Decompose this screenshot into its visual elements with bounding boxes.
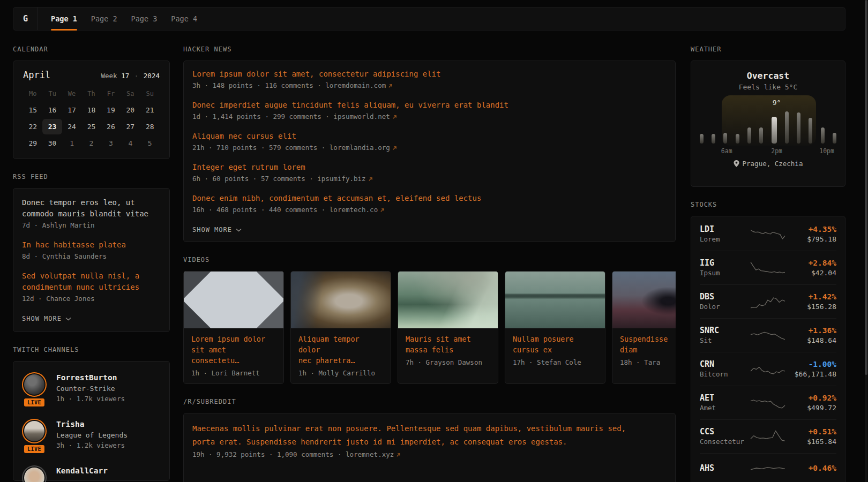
calendar-day[interactable]: 27: [121, 119, 140, 134]
weather-bar: [821, 127, 825, 144]
calendar-day[interactable]: 17: [62, 102, 81, 118]
reddit-domain-link[interactable]: loremnet.xyz: [346, 450, 394, 458]
hn-item-title[interactable]: Aliquam nec cursus elit: [192, 131, 667, 142]
weather-bar: [712, 134, 715, 144]
avatar[interactable]: [22, 372, 47, 397]
video-card: Nullam posuere cursus ex 17h · Stefan Co…: [505, 271, 605, 384]
calendar-day[interactable]: 4: [121, 135, 140, 151]
stock-symbol[interactable]: IIG: [700, 258, 747, 268]
hn-item-title[interactable]: Lorem ipsum dolor sit amet, consectetur …: [192, 69, 667, 80]
hn-item-title[interactable]: Integer eget rutrum lorem: [192, 162, 667, 173]
hn-meta-text: 3h · 148 points · 116 comments ·: [192, 81, 321, 89]
stock-price: $148.64: [789, 336, 836, 345]
tab-page-1[interactable]: Page 1: [51, 7, 77, 30]
weather-bar: [797, 112, 800, 144]
video-card: Suspendisse diam 18h · Tara: [612, 271, 676, 384]
channel-meta: 3h · 1.2k viewers: [56, 440, 128, 450]
stock-sparkline: [750, 460, 785, 476]
calendar-grid: MoTuWeThFrSaSu15161718192021222324252627…: [23, 86, 160, 151]
video-thumbnail[interactable]: [612, 272, 676, 328]
calendar-day[interactable]: 15: [23, 102, 42, 118]
hn-show-more-button[interactable]: SHOW MORE: [192, 226, 242, 234]
stock-row: LDI Lorem +4.35% $795.18: [700, 217, 836, 251]
hn-item-title[interactable]: Donec enim nibh, condimentum et accumsan…: [192, 193, 667, 204]
reddit-post-title[interactable]: Maecenas mollis pulvinar erat non posuer…: [192, 422, 667, 449]
avatar[interactable]: [22, 465, 47, 482]
channel-name[interactable]: ForrestBurton: [56, 372, 125, 383]
subreddit-section-title: /R/SUBREDDIT: [183, 398, 676, 405]
rss-item-title[interactable]: Donec tempor eros leo, ut commodo mauris…: [22, 197, 161, 220]
stock-sparkline: [750, 395, 785, 411]
hour-label: 10pm: [819, 147, 834, 155]
hn-domain-link[interactable]: ipsumify.biz: [317, 175, 365, 183]
calendar-day[interactable]: 28: [140, 119, 160, 134]
video-title[interactable]: Suspendisse diam: [620, 334, 676, 355]
external-link-icon: [392, 115, 397, 119]
hn-domain-link[interactable]: loremtech.co: [330, 206, 378, 214]
calendar-day[interactable]: 26: [101, 119, 121, 134]
calendar-day[interactable]: 5: [140, 135, 160, 151]
calendar-day[interactable]: 29: [23, 135, 42, 151]
calendar-day[interactable]: 18: [81, 102, 101, 118]
channel-name[interactable]: KendallCarr: [56, 465, 108, 477]
external-link-icon: [392, 146, 397, 150]
rss-item-title[interactable]: Sed volutpat nulla nisl, a condimentum n…: [22, 270, 161, 293]
scrollbar-thumb[interactable]: [865, 0, 867, 375]
stock-row: CRN Bitcorn -1.00% $66,171.48: [700, 352, 836, 386]
subreddit-widget: /R/SUBREDDIT Maecenas mollis pulvinar er…: [183, 398, 676, 482]
calendar-day[interactable]: 21: [140, 102, 160, 118]
stock-symbol[interactable]: LDI: [700, 224, 747, 235]
video-title[interactable]: Nullam posuere cursus ex: [513, 334, 597, 355]
reddit-post-meta: 19h · 9,932 points · 1,090 comments · lo…: [192, 449, 667, 460]
stock-price: $66,171.48: [789, 370, 836, 379]
calendar-day[interactable]: 25: [81, 119, 101, 134]
hn-domain-link[interactable]: loremdomain.com: [325, 81, 386, 89]
app-logo[interactable]: G: [13, 7, 38, 30]
calendar-day[interactable]: 22: [23, 119, 42, 134]
hn-meta-text: 16h · 468 points · 440 comments ·: [192, 206, 325, 214]
calendar-day[interactable]: 2: [81, 135, 101, 151]
hn-meta-text: 6h · 60 points · 57 comments ·: [192, 175, 313, 183]
tab-page-2[interactable]: Page 2: [91, 7, 117, 30]
calendar-day-selected[interactable]: 23: [42, 119, 62, 134]
stock-sparkline: [750, 428, 785, 445]
video-title[interactable]: Aliquam tempor dolor nec pharetra…: [298, 334, 383, 366]
stock-symbol[interactable]: CCS: [700, 426, 747, 437]
stock-symbol[interactable]: AHS: [700, 463, 747, 473]
twitch-channel-row: KendallCarr: [22, 465, 161, 482]
external-link-icon: [388, 84, 393, 88]
rss-item-title[interactable]: In hac habitasse platea: [22, 239, 161, 251]
stock-symbol[interactable]: AET: [700, 393, 747, 403]
hn-item-title[interactable]: Donec imperdiet augue tincidunt felis al…: [192, 100, 667, 111]
calendar-day[interactable]: 1: [62, 135, 81, 151]
calendar-day[interactable]: 30: [42, 135, 62, 151]
video-thumbnail[interactable]: [291, 272, 391, 328]
tab-page-4[interactable]: Page 4: [171, 7, 197, 30]
hn-domain-link[interactable]: loremlandia.org: [330, 144, 390, 152]
stock-symbol[interactable]: CRN: [700, 359, 747, 370]
avatar[interactable]: [22, 419, 47, 443]
calendar-day[interactable]: 19: [101, 102, 121, 118]
calendar-day[interactable]: 16: [42, 102, 62, 118]
video-thumbnail[interactable]: [398, 272, 498, 328]
page-tabs: Page 1 Page 2 Page 3 Page 4: [38, 7, 197, 30]
video-thumbnail[interactable]: [505, 272, 605, 328]
channel-name[interactable]: Trisha: [56, 419, 128, 430]
hn-domain-link[interactable]: ipsumworld.net: [333, 112, 390, 120]
calendar-day[interactable]: 3: [101, 135, 121, 151]
stock-symbol[interactable]: DBS: [700, 291, 747, 302]
weather-bar: [759, 127, 763, 144]
video-list: Lorem ipsum dolor sit amet consectetu… 1…: [183, 271, 676, 384]
calendar-day[interactable]: 20: [121, 102, 140, 118]
scrollbar[interactable]: [865, 0, 867, 482]
weather-bar: [785, 111, 789, 144]
tab-page-3[interactable]: Page 3: [131, 7, 158, 30]
weather-bar: [723, 133, 727, 144]
stock-sparkline: [750, 327, 785, 343]
calendar-day[interactable]: 24: [62, 119, 81, 134]
video-title[interactable]: Mauris sit amet massa felis: [406, 334, 490, 355]
video-title[interactable]: Lorem ipsum dolor sit amet consectetu…: [191, 334, 276, 366]
video-thumbnail[interactable]: [184, 272, 283, 328]
rss-show-more-button[interactable]: SHOW MORE: [22, 315, 71, 322]
stock-symbol[interactable]: SNRC: [700, 325, 747, 336]
